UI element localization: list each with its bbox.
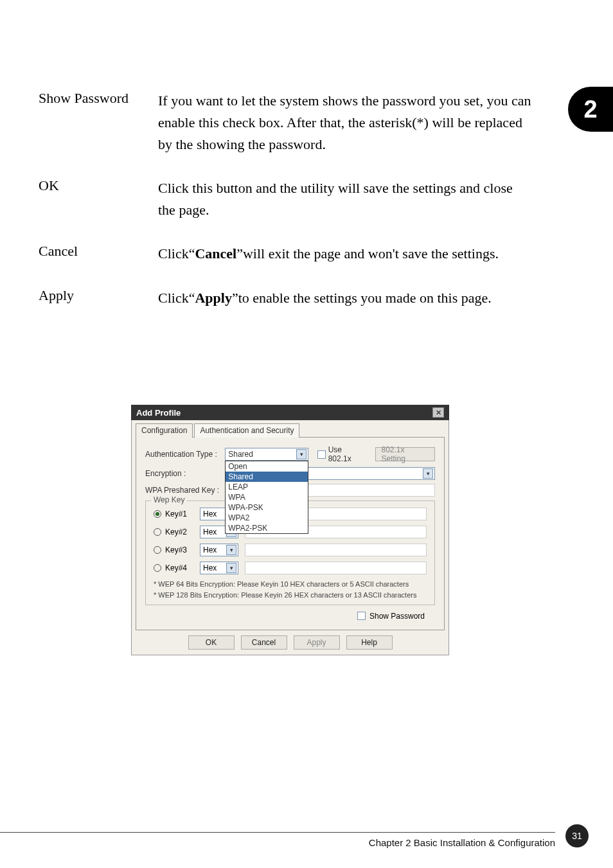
chevron-down-icon[interactable]: ▾	[226, 563, 236, 573]
key4-input[interactable]	[245, 562, 427, 574]
footer-text: Chapter 2 Basic Installation & Configura…	[369, 837, 555, 848]
radio-key3[interactable]	[154, 546, 161, 554]
dialog-title: Add Profile	[136, 408, 181, 418]
auth-option-open[interactable]: Open	[226, 461, 308, 472]
dialog-titlebar[interactable]: Add Profile ✕	[131, 405, 449, 420]
auth-type-dropdown[interactable]: Open Shared LEAP WPA WPA-PSK WPA2 WPA2-P…	[225, 461, 308, 534]
key1-label: Key#1	[165, 509, 200, 518]
definitions-list: Show Password If you want to let the sys…	[39, 90, 533, 331]
definition-term: Apply	[39, 287, 158, 309]
radio-dot-icon	[155, 512, 159, 516]
wpa-psk-input[interactable]	[294, 484, 435, 497]
definition-term: Cancel	[39, 243, 158, 265]
key3-input[interactable]	[245, 544, 427, 556]
key2-label: Key#2	[165, 527, 200, 536]
auth-type-value: Shared	[228, 450, 253, 459]
key4-format-select[interactable]: Hex ▾	[200, 562, 238, 574]
dialog-buttons: OK Cancel Apply Help	[136, 635, 445, 650]
auth-type-row: Authentication Type : Shared ▾ Open Shar…	[145, 445, 435, 463]
chevron-down-icon[interactable]: ▾	[423, 468, 433, 479]
wep-hint-1: * WEP 64 Bits Encryption: Please Keyin 1…	[154, 580, 427, 589]
auth-option-wpa2[interactable]: WPA2	[226, 513, 308, 523]
auth-type-select[interactable]: Shared ▾ Open Shared LEAP WPA WPA-PSK WP…	[225, 448, 308, 461]
show-password-row: Show Password	[145, 612, 425, 621]
radio-key1[interactable]	[154, 510, 161, 518]
definition-row: Apply Click“Apply”to enable the settings…	[39, 287, 533, 309]
wep-hint-2: * WEP 128 Bits Encryption: Please Keyin …	[154, 590, 427, 600]
key3-label: Key#3	[165, 545, 200, 554]
definition-desc: Click this button and the utility will s…	[158, 177, 533, 221]
auth-option-wpapsk[interactable]: WPA-PSK	[226, 502, 308, 513]
auth-panel: Authentication Type : Shared ▾ Open Shar…	[136, 438, 445, 630]
8021x-setting-button[interactable]: 802.1x Setting	[375, 447, 435, 461]
page-number-badge: 31	[565, 824, 589, 847]
encryption-label: Encryption :	[145, 469, 229, 478]
definition-desc: Click“Cancel”will exit the page and won'…	[158, 243, 533, 265]
radio-key2[interactable]	[154, 528, 161, 536]
use-8021x-label: Use 802.1x	[328, 445, 366, 463]
auth-type-label: Authentication Type :	[145, 450, 225, 459]
radio-key4[interactable]	[154, 564, 161, 572]
use-8021x-checkbox[interactable]: Use 802.1x	[317, 445, 365, 463]
encryption-select[interactable]: ▾	[294, 467, 435, 480]
cancel-button[interactable]: Cancel	[241, 635, 287, 650]
definition-desc: If you want to let the system shows the …	[158, 90, 533, 155]
help-button[interactable]: Help	[346, 635, 393, 650]
ok-button[interactable]: OK	[188, 635, 235, 650]
definition-row: OK Click this button and the utility wil…	[39, 177, 533, 221]
definition-term: Show Password	[39, 90, 158, 155]
show-password-checkbox[interactable]: Show Password	[357, 612, 425, 621]
chevron-down-icon[interactable]: ▾	[296, 449, 306, 459]
close-icon[interactable]: ✕	[432, 407, 444, 418]
chapter-number: 2	[583, 96, 597, 123]
chapter-badge: 2	[568, 87, 613, 132]
show-password-label: Show Password	[369, 612, 425, 621]
definition-row: Show Password If you want to let the sys…	[39, 90, 533, 155]
key-row-4: Key#4 Hex ▾	[154, 562, 427, 574]
key3-format-select[interactable]: Hex ▾	[200, 544, 238, 556]
checkbox-icon	[317, 450, 325, 459]
dialog-body: Configuration Authentication and Securit…	[131, 420, 449, 655]
apply-button[interactable]: Apply	[294, 635, 340, 650]
wpa-psk-label: WPA Preshared Key :	[145, 486, 229, 495]
page-number: 31	[572, 831, 582, 841]
tab-configuration[interactable]: Configuration	[136, 423, 193, 438]
chevron-down-icon[interactable]: ▾	[226, 545, 236, 555]
definition-row: Cancel Click“Cancel”will exit the page a…	[39, 243, 533, 265]
auth-option-wpa[interactable]: WPA	[226, 492, 308, 502]
auth-option-leap[interactable]: LEAP	[226, 482, 308, 492]
wep-group-label: Wep Key	[151, 495, 187, 504]
footer-divider	[0, 832, 555, 833]
key4-label: Key#4	[165, 563, 200, 572]
key-row-3: Key#3 Hex ▾	[154, 544, 427, 556]
tab-auth-security[interactable]: Authentication and Security	[194, 423, 299, 438]
definition-term: OK	[39, 177, 158, 221]
add-profile-dialog: Add Profile ✕ Configuration Authenticati…	[131, 405, 449, 655]
tabs: Configuration Authentication and Securit…	[136, 423, 445, 438]
checkbox-icon	[357, 612, 366, 620]
auth-option-wpa2psk[interactable]: WPA2-PSK	[226, 523, 308, 533]
definition-desc: Click“Apply”to enable the settings you m…	[158, 287, 533, 309]
auth-option-shared[interactable]: Shared	[226, 472, 308, 482]
page-footer: Chapter 2 Basic Installation & Configura…	[0, 820, 613, 846]
